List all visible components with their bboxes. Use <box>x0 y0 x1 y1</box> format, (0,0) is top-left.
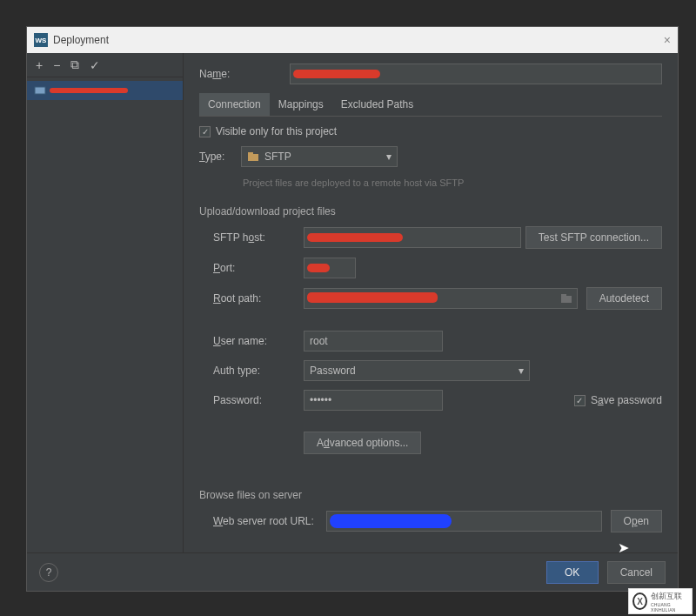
sftp-icon <box>247 151 259 162</box>
visible-only-checkbox[interactable]: ✓ <box>199 126 211 137</box>
dialog-footer: ? OK Cancel <box>27 552 678 591</box>
auth-select[interactable]: Password ▾ <box>304 360 530 381</box>
ok-button[interactable]: OK <box>546 561 599 584</box>
server-tree-item[interactable] <box>27 81 183 100</box>
deployment-dialog: WS Deployment × + − ⧉ ✓ Name: <box>26 26 679 592</box>
watermark: X 创新互联 CHUANG XINHULIAN <box>628 588 693 614</box>
apply-icon[interactable]: ✓ <box>90 58 100 72</box>
svg-rect-3 <box>561 296 572 303</box>
upload-section-title: Upload/download project files <box>199 205 662 218</box>
type-label: Type: <box>199 151 241 163</box>
browse-section-title: Browse files on server <box>199 489 662 501</box>
save-password-label: Save password <box>591 394 662 406</box>
app-icon: WS <box>34 33 48 47</box>
folder-icon[interactable] <box>560 293 572 304</box>
svg-rect-0 <box>35 87 45 94</box>
test-connection-button[interactable]: Test SFTP connection... <box>525 226 662 249</box>
tabs: Connection Mappings Excluded Paths <box>199 93 662 117</box>
user-label: User name: <box>213 335 304 347</box>
chevron-down-icon: ▾ <box>386 151 392 163</box>
type-select[interactable]: SFTP ▾ <box>241 146 398 167</box>
open-button[interactable]: Open <box>611 510 662 532</box>
port-label: Port: <box>213 262 304 274</box>
svg-rect-4 <box>561 294 566 297</box>
chevron-down-icon: ▾ <box>519 365 524 377</box>
close-icon[interactable]: × <box>664 33 671 47</box>
tab-mappings[interactable]: Mappings <box>270 93 332 116</box>
user-input[interactable] <box>304 331 443 352</box>
redacted-port <box>307 264 330 272</box>
watermark-text1: 创新互联 <box>651 591 688 602</box>
sftp-host-label: SFTP host: <box>213 231 304 244</box>
advanced-button[interactable]: Advanced options... <box>304 432 421 454</box>
redacted-host <box>307 233 403 242</box>
server-icon <box>34 85 46 96</box>
password-label: Password: <box>213 394 304 406</box>
auth-label: Auth type: <box>213 365 304 377</box>
cancel-button[interactable]: Cancel <box>607 561 666 584</box>
redacted-server-name <box>50 88 128 93</box>
svg-rect-1 <box>248 154 258 161</box>
visible-only-label: Visible only for this project <box>216 125 337 137</box>
server-tree <box>27 77 183 104</box>
password-input[interactable] <box>304 390 443 411</box>
tab-connection[interactable]: Connection <box>199 93 270 116</box>
copy-icon[interactable]: ⧉ <box>70 57 79 72</box>
autodetect-button[interactable]: Autodetect <box>586 287 662 310</box>
title-text: Deployment <box>53 34 109 46</box>
save-password-checkbox[interactable]: ✓ <box>574 395 586 406</box>
svg-rect-2 <box>248 152 253 155</box>
sidebar: + − ⧉ ✓ <box>27 53 184 552</box>
remove-icon[interactable]: − <box>53 58 60 72</box>
main-panel: Name: Connection Mappings Excluded Paths… <box>184 53 678 552</box>
type-value: SFTP <box>264 151 291 163</box>
add-icon[interactable]: + <box>36 58 43 72</box>
watermark-logo: X <box>632 593 647 610</box>
auth-value: Password <box>310 365 356 377</box>
tab-excluded[interactable]: Excluded Paths <box>332 93 422 116</box>
name-label: Name: <box>199 68 290 80</box>
watermark-text2: CHUANG XINHULIAN <box>651 602 688 613</box>
redacted-url <box>330 514 452 528</box>
type-hint: Project files are deployed to a remote h… <box>243 177 662 188</box>
sidebar-toolbar: + − ⧉ ✓ <box>27 53 183 77</box>
redacted-name <box>293 70 380 78</box>
web-url-label: Web server root URL: <box>213 515 326 527</box>
redacted-root-path <box>307 292 438 303</box>
titlebar: WS Deployment × <box>27 27 678 53</box>
root-path-label: Root path: <box>213 292 304 305</box>
help-button[interactable]: ? <box>39 563 58 582</box>
